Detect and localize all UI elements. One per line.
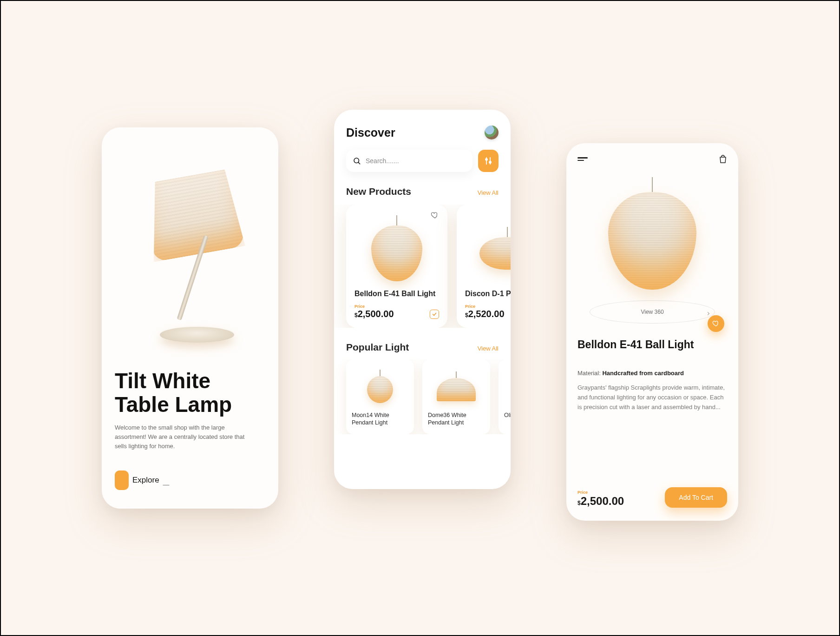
menu-icon [578, 157, 588, 159]
lamp-illustration [608, 177, 696, 290]
product-card[interactable]: Discon D-1 Pendant Li Price $2,520.00 [457, 205, 511, 328]
product-card[interactable]: Belldon E-41 Ball Light Price $2,500.00 [346, 205, 447, 328]
select-checkbox[interactable] [430, 310, 439, 319]
favorite-button[interactable] [708, 315, 724, 332]
bag-icon [719, 154, 727, 164]
filter-button[interactable] [478, 150, 499, 172]
product-title: Belldon E-41 Ball Light [578, 338, 727, 351]
popular-scroll[interactable]: Moon14 White Pendant Light Dome36 White … [334, 359, 511, 434]
sliders-icon [485, 157, 492, 165]
add-to-cart-label: Add To Cart [679, 494, 713, 501]
avatar[interactable] [485, 126, 499, 139]
price-label: Price [578, 490, 624, 495]
product-hero-image [578, 164, 727, 303]
explore-label: Explore [122, 476, 159, 485]
hero-image [115, 144, 265, 364]
price-label: Price [465, 304, 511, 309]
material-info: Material: Handcrafted from cardboard [578, 370, 727, 377]
favorite-button[interactable] [431, 211, 439, 219]
search-input[interactable]: Search....... [346, 150, 472, 172]
search-icon [353, 157, 361, 165]
new-products-scroll[interactable]: Belldon E-41 Ball Light Price $2,500.00 … [334, 205, 511, 328]
check-icon [432, 312, 437, 317]
product-price: $2,520.00 [465, 309, 505, 319]
product-name: Discon D-1 Pendant Li [465, 289, 511, 298]
heart-icon [431, 211, 439, 219]
discover-screen: Discover Search....... [334, 110, 511, 489]
product-name: Moon14 White Pendant Light [352, 411, 408, 427]
view-all-popular[interactable]: View All [478, 345, 499, 352]
lamp-illustration [134, 166, 246, 343]
add-to-cart-button[interactable]: Add To Cart [665, 487, 727, 508]
onboarding-screen: Tilt White Table Lamp Welcome to the sma… [102, 127, 278, 509]
search-placeholder: Search....... [366, 157, 399, 165]
menu-button[interactable] [578, 157, 588, 161]
heart-icon [712, 320, 720, 327]
svg-point-4 [486, 159, 487, 160]
arrow-icon: __ [163, 478, 169, 485]
view-360-button[interactable]: View 360 [590, 300, 715, 324]
product-name: Oliv W Pend [504, 411, 511, 419]
price-label: Price [354, 304, 439, 309]
product-image [367, 370, 393, 403]
cart-button[interactable] [719, 154, 727, 164]
hero-title: Tilt White Table Lamp [115, 369, 265, 416]
product-card-small[interactable]: Oliv W Pend [499, 359, 511, 434]
view-all-new[interactable]: View All [478, 189, 499, 196]
product-image [371, 215, 422, 281]
product-card-small[interactable]: Moon14 White Pendant Light [346, 359, 414, 434]
hero-subtitle: Welcome to the small shop with the large… [115, 423, 254, 451]
view-360-label: View 360 [641, 309, 663, 315]
product-price: $2,500.00 [578, 495, 624, 508]
section-title-new: New Products [346, 186, 411, 197]
section-title-popular: Popular Light [346, 342, 409, 353]
svg-line-1 [358, 162, 360, 164]
svg-point-5 [489, 161, 491, 163]
product-name: Belldon E-41 Ball Light [354, 289, 439, 298]
product-name: Dome36 White Pendant Light [428, 411, 485, 427]
explore-button[interactable]: Explore __ [115, 470, 265, 490]
product-detail-screen: View 360 Belldon E-41 Ball Light Materia… [566, 143, 738, 521]
page-title: Discover [346, 126, 395, 139]
product-description: Graypants' flagship Scraplights provide … [578, 383, 727, 412]
product-image [437, 371, 476, 401]
product-image [479, 227, 511, 270]
product-price: $2,500.00 [354, 309, 394, 319]
product-card-small[interactable]: Dome36 White Pendant Light [422, 359, 490, 434]
